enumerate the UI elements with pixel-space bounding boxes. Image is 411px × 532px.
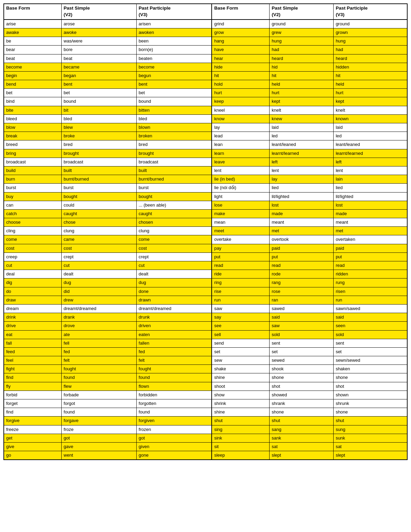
table-cell: drove xyxy=(61,322,136,330)
table-cell: shrunk xyxy=(334,399,407,408)
table-cell: found xyxy=(136,408,212,417)
table-cell: drawn xyxy=(136,296,212,304)
header-past-participle-2: Past Participle(V3) xyxy=(334,4,407,20)
table-cell: leant/leaned xyxy=(270,140,334,149)
table-cell: lent xyxy=(212,166,269,175)
table-cell: forbid xyxy=(4,391,61,399)
table-cell: kneel xyxy=(212,106,269,114)
table-cell: gone xyxy=(136,451,212,460)
table-cell: seen xyxy=(334,322,407,330)
table-cell: showed xyxy=(270,391,334,399)
table-cell: find xyxy=(4,408,61,417)
table-cell: sawn/sawed xyxy=(334,304,407,313)
table-cell: sewn/sewed xyxy=(334,356,407,365)
table-cell: hold xyxy=(212,80,269,89)
table-cell: lie (nói dối) xyxy=(212,184,269,192)
table-cell: drunk xyxy=(136,313,212,322)
table-cell: leave xyxy=(212,158,269,166)
header-base-form-2: Base Form xyxy=(212,4,269,20)
table-cell: light xyxy=(212,192,269,201)
table-cell: broadcast xyxy=(136,158,212,166)
table-cell: begun xyxy=(136,71,212,80)
table-cell: lean xyxy=(212,140,269,149)
table-cell: ... (been able) xyxy=(136,201,212,209)
table-cell: arise xyxy=(4,20,61,28)
table-cell: be xyxy=(4,37,61,46)
header-past-participle-1: Past Participle(V3) xyxy=(136,4,212,20)
table-cell: sewed xyxy=(270,356,334,365)
table-cell: learnt/learned xyxy=(270,149,334,158)
table-cell: bore xyxy=(61,46,136,54)
table-cell: bound xyxy=(61,97,136,106)
table-cell: hidden xyxy=(334,63,407,71)
table-cell: laid xyxy=(334,123,407,132)
table-cell: fell xyxy=(61,339,136,347)
table-cell: shake xyxy=(212,365,269,373)
table-cell: bitten xyxy=(136,106,212,114)
table-cell: met xyxy=(334,227,407,235)
table-cell: fallen xyxy=(136,339,212,347)
table-cell: ground xyxy=(270,20,334,28)
table-cell: fall xyxy=(4,339,61,347)
table-cell: made xyxy=(334,209,407,218)
table-cell: saw xyxy=(212,304,269,313)
table-cell: come xyxy=(136,235,212,244)
table-cell: sunk xyxy=(334,434,407,442)
table-cell: hear xyxy=(212,54,269,63)
table-cell: ate xyxy=(61,330,136,339)
header-base-form-1: Base Form xyxy=(4,4,61,20)
table-cell: chosen xyxy=(136,218,212,227)
table-cell: sink xyxy=(212,434,269,442)
table-cell: ring xyxy=(212,279,269,287)
table-cell: hurt xyxy=(270,89,334,97)
table-cell: drank xyxy=(61,313,136,322)
table-cell: slept xyxy=(270,451,334,460)
table-cell: sell xyxy=(212,330,269,339)
table-cell: sank xyxy=(270,434,334,442)
table-cell: ran xyxy=(270,296,334,304)
table-cell: meant xyxy=(270,218,334,227)
table-cell: beat xyxy=(61,54,136,63)
table-cell: shot xyxy=(270,382,334,391)
table-cell: eat xyxy=(4,330,61,339)
table-cell: clung xyxy=(136,227,212,235)
table-cell: lent xyxy=(334,166,407,175)
table-cell: shown xyxy=(334,391,407,399)
table-cell: overtaken xyxy=(334,235,407,244)
table-cell: rung xyxy=(334,279,407,287)
table-cell: bent xyxy=(136,80,212,89)
table-cell: sold xyxy=(270,330,334,339)
table-cell: get xyxy=(4,434,61,442)
table-cell: shone xyxy=(270,408,334,417)
table-cell: put xyxy=(212,252,269,261)
table-cell: knelt xyxy=(334,106,407,114)
table-cell: found xyxy=(136,373,212,382)
table-cell: saw xyxy=(270,322,334,330)
table-cell: said xyxy=(334,313,407,322)
table-cell: burnt/burned xyxy=(61,175,136,184)
table-cell: cut xyxy=(61,261,136,270)
table-cell: drink xyxy=(4,313,61,322)
table-cell: ground xyxy=(334,20,407,28)
table-cell: known xyxy=(334,114,407,123)
table-cell: sat xyxy=(270,442,334,451)
table-cell: did xyxy=(61,287,136,296)
table-cell: lain xyxy=(334,175,407,184)
table-cell: set xyxy=(334,347,407,356)
table-cell: burst xyxy=(61,184,136,192)
table-cell: dug xyxy=(136,279,212,287)
table-cell: rang xyxy=(270,279,334,287)
table-cell: ride xyxy=(212,270,269,279)
table-cell: set xyxy=(270,347,334,356)
table-cell: come xyxy=(4,235,61,244)
table-cell: overtake xyxy=(212,235,269,244)
table-cell: found xyxy=(61,373,136,382)
table-cell: broken xyxy=(136,132,212,140)
header-past-simple-1: Past Simple(V2) xyxy=(61,4,136,20)
table-cell: fight xyxy=(4,365,61,373)
table-cell: eaten xyxy=(136,330,212,339)
table-cell: sit xyxy=(212,442,269,451)
table-cell: make xyxy=(212,209,269,218)
table-cell: chose xyxy=(61,218,136,227)
table-cell: dealt xyxy=(61,270,136,279)
